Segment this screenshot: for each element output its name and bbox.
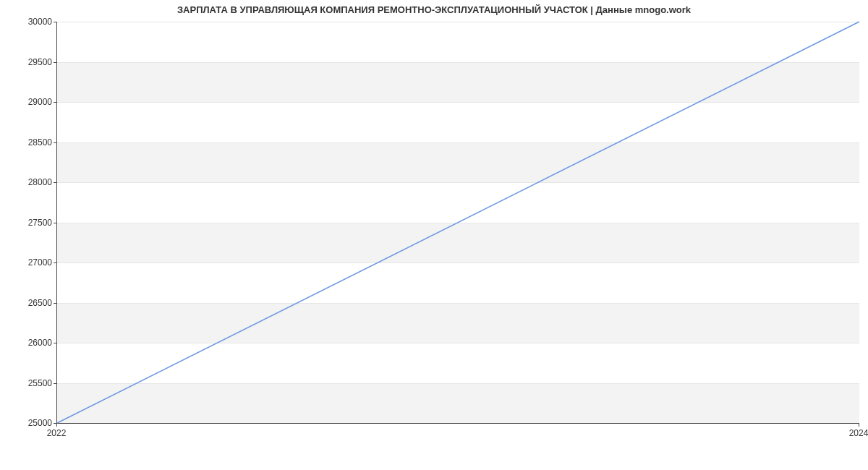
x-tick-mark — [859, 424, 859, 427]
y-tick-mark — [54, 102, 56, 103]
chart-title: ЗАРПЛАТА В УПРАВЛЯЮЩАЯ КОМПАНИЯ РЕМОНТНО… — [0, 4, 868, 15]
y-tick-label: 28000 — [9, 177, 52, 187]
y-tick-label: 26000 — [9, 338, 52, 348]
y-tick-label: 27500 — [9, 218, 52, 228]
y-tick-mark — [54, 142, 56, 143]
y-tick-label: 29500 — [9, 57, 52, 67]
y-tick-label: 27000 — [9, 257, 52, 268]
y-tick-mark — [54, 303, 56, 304]
x-tick-label: 2022 — [47, 428, 67, 438]
y-tick-mark — [54, 343, 56, 343]
y-tick-mark — [54, 62, 56, 63]
y-tick-mark — [54, 383, 56, 384]
y-tick-label: 26500 — [9, 298, 52, 308]
y-tick-label: 25500 — [9, 378, 52, 388]
y-tick-label: 29000 — [9, 97, 52, 107]
plot-area — [56, 22, 859, 424]
y-tick-label: 30000 — [9, 17, 52, 27]
y-tick-label: 28500 — [9, 137, 52, 148]
y-tick-mark — [54, 22, 56, 22]
y-tick-mark — [54, 182, 56, 183]
y-tick-label: 25000 — [9, 418, 52, 428]
x-tick-label: 2024 — [849, 428, 868, 438]
line-series — [57, 22, 859, 423]
x-tick-mark — [56, 424, 57, 427]
y-tick-mark — [54, 223, 56, 223]
chart-container: ЗАРПЛАТА В УПРАВЛЯЮЩАЯ КОМПАНИЯ РЕМОНТНО… — [0, 0, 868, 470]
line-path — [57, 22, 859, 423]
y-tick-mark — [54, 262, 56, 263]
